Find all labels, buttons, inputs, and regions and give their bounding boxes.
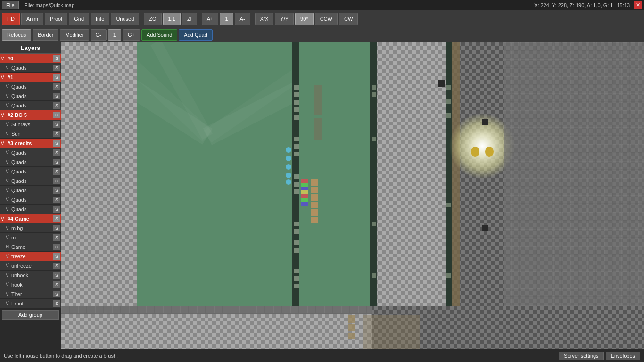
svg-rect-33 — [294, 182, 299, 187]
layer-sunrays[interactable]: V Sunrays S — [0, 120, 61, 129]
hd-button[interactable]: HD — [2, 13, 20, 25]
modifier-button[interactable]: Modifier — [60, 29, 89, 41]
layer-g3-q1-s[interactable]: S — [53, 159, 60, 165]
layer-g1-quads-0[interactable]: V Quads S — [0, 82, 61, 91]
angle-button[interactable]: 90° — [295, 13, 314, 25]
add-group-button[interactable]: Add group — [2, 310, 59, 320]
info-button[interactable]: Info — [91, 13, 109, 25]
svg-rect-55 — [301, 198, 308, 202]
layer-g3-q5[interactable]: V Quads S — [0, 195, 61, 205]
group-1[interactable]: V #1 S — [0, 73, 61, 82]
layer-unfreeze[interactable]: V unfreeze S — [0, 261, 61, 271]
group-0[interactable]: V #0 S — [0, 54, 61, 63]
svg-rect-63 — [370, 42, 377, 306]
layer-g3-q1[interactable]: V Quads S — [0, 157, 61, 167]
layer-mbg-s[interactable]: S — [53, 225, 60, 231]
group-4[interactable]: V #4 Game S — [0, 214, 61, 223]
ccw-button[interactable]: CCW — [315, 13, 338, 25]
layer-g0-quads-s[interactable]: S — [53, 65, 60, 71]
cw-button[interactable]: CW — [339, 13, 358, 25]
layer-ther-s[interactable]: S — [53, 291, 60, 297]
layer-g1-q0-s[interactable]: S — [53, 83, 60, 90]
zoom-level-display[interactable]: 1:1 — [163, 13, 181, 25]
map-canvas-area[interactable] — [61, 42, 644, 349]
layer-g1-quads-1[interactable]: V Quads S — [0, 91, 61, 101]
layer-front[interactable]: V Front S — [0, 299, 61, 308]
anim-button[interactable]: Anim — [21, 13, 43, 25]
layer-g1-quads-2[interactable]: V Quads S — [0, 101, 61, 110]
layer-front-s[interactable]: S — [53, 300, 60, 307]
layer-freeze[interactable]: V freeze S — [0, 252, 61, 261]
layer-freeze-s[interactable]: S — [53, 253, 60, 260]
unused-button[interactable]: Unused — [111, 13, 139, 25]
envelopes-button[interactable]: Envelopes — [606, 352, 640, 360]
layer-g3-q4[interactable]: V Quads S — [0, 186, 61, 195]
layer-g3-q3[interactable]: V Quads S — [0, 176, 61, 186]
layer-g3-q2[interactable]: V Quads S — [0, 167, 61, 176]
svg-point-92 — [286, 179, 291, 185]
a-plus-button[interactable]: A+ — [202, 13, 219, 25]
layer-g1-q1-s[interactable]: S — [53, 93, 60, 99]
layer-sun[interactable]: V Sun S — [0, 129, 61, 139]
layer-g3-q6-s[interactable]: S — [53, 206, 60, 213]
layer-g3-q2-s[interactable]: S — [53, 168, 60, 175]
svg-rect-43 — [314, 85, 322, 92]
server-settings-button[interactable]: Server settings — [559, 352, 603, 360]
layer-hook-s[interactable]: S — [53, 281, 60, 288]
layer-hook[interactable]: V hook S — [0, 280, 61, 289]
layer-ther[interactable]: V Ther S — [0, 289, 61, 299]
layer-g3-q3-v: V — [6, 178, 11, 183]
layer-g3-q2-name: Quads — [11, 169, 53, 174]
add-sound-button[interactable]: Add Sound — [141, 29, 177, 41]
xx-button[interactable]: X/X — [255, 13, 274, 25]
svg-rect-64 — [372, 85, 376, 90]
group-2-s[interactable]: S — [53, 112, 60, 118]
layer-unfreeze-name: unfreeze — [11, 263, 53, 269]
svg-rect-47 — [314, 118, 322, 125]
layer-game-s[interactable]: S — [53, 244, 60, 250]
layer-unhook[interactable]: V unhook S — [0, 271, 61, 280]
layer-g0-quads[interactable]: V Quads S — [0, 63, 61, 73]
layer-g3-q3-s[interactable]: S — [53, 178, 60, 184]
layer-game[interactable]: H Game S — [0, 242, 61, 252]
layer-sun-s[interactable]: S — [53, 131, 60, 137]
proof-button[interactable]: Proof — [45, 13, 67, 25]
layer-unhook-s[interactable]: S — [53, 272, 60, 279]
svg-rect-54 — [301, 194, 308, 198]
layer-g3-q4-s[interactable]: S — [53, 187, 60, 194]
g-minus-button[interactable]: G- — [91, 29, 107, 41]
layer-m[interactable]: V m S — [0, 233, 61, 242]
layer-g3-q0-s[interactable]: S — [53, 149, 60, 156]
layer-g3-q0[interactable]: V Quads S — [0, 148, 61, 157]
svg-rect-53 — [301, 190, 308, 194]
layer-sunrays-s[interactable]: S — [53, 121, 60, 128]
g-plus-button[interactable]: G+ — [123, 29, 140, 41]
group-1-s[interactable]: S — [53, 74, 60, 81]
svg-rect-74 — [446, 85, 451, 90]
add-quad-button[interactable]: Add Quad — [179, 29, 213, 41]
layer-m-s[interactable]: S — [53, 234, 60, 241]
group-2[interactable]: V #2 BG 5 S — [0, 110, 61, 120]
layer-g1-q2-s[interactable]: S — [53, 102, 60, 109]
layer-g1-q1-v: V — [6, 93, 11, 99]
refocus-button[interactable]: Refocus — [2, 29, 31, 41]
yy-button[interactable]: Y/Y — [275, 13, 294, 25]
layer-g3-q5-s[interactable]: S — [53, 197, 60, 203]
group-4-s[interactable]: S — [53, 215, 60, 222]
layer-g3-q5-v: V — [6, 197, 11, 202]
grid-button[interactable]: Grid — [69, 13, 89, 25]
group-3[interactable]: V #3 credits S — [0, 139, 61, 148]
border-button[interactable]: Border — [33, 29, 58, 41]
close-button[interactable]: ✕ — [634, 1, 642, 9]
layer-unfreeze-s[interactable]: S — [53, 263, 60, 269]
zi-button[interactable]: ZI — [182, 13, 197, 25]
group-0-s[interactable]: S — [53, 55, 60, 62]
zo-button[interactable]: ZO — [144, 13, 161, 25]
a-minus-button[interactable]: A- — [235, 13, 250, 25]
layer-g3-q6[interactable]: V Quads S — [0, 205, 61, 214]
file-menu[interactable]: File — [2, 1, 19, 9]
svg-rect-27 — [294, 107, 299, 112]
group-3-s[interactable]: S — [53, 140, 60, 147]
layer-mbg[interactable]: V m bg S — [0, 223, 61, 233]
svg-rect-94 — [372, 306, 644, 314]
